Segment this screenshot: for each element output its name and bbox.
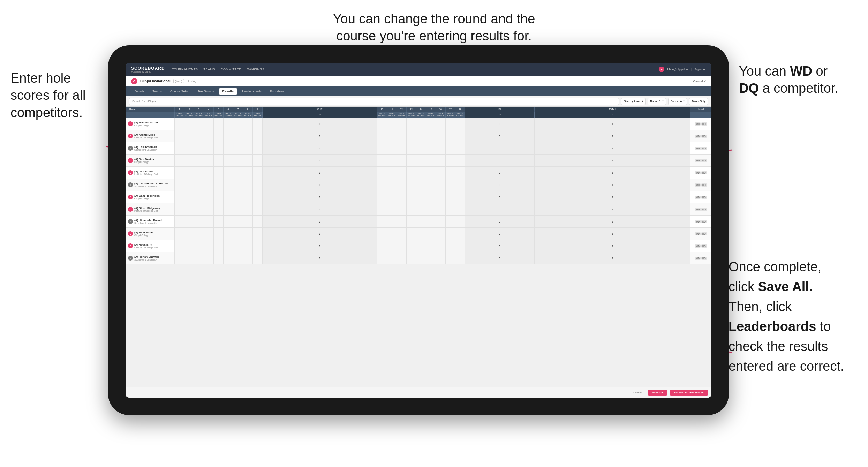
hole-17-score-player-3[interactable]	[445, 155, 455, 167]
dq-button[interactable]: DQ	[701, 220, 707, 223]
publish-button[interactable]: Publish Round Scores	[670, 390, 708, 396]
hole-12-score-player-10[interactable]	[397, 240, 406, 252]
hole-11-score-player-6[interactable]	[387, 191, 397, 203]
search-input[interactable]	[129, 98, 619, 105]
hole-4-score-player-10[interactable]	[204, 240, 214, 252]
hole-1-score-player-2[interactable]	[175, 142, 184, 155]
hole-18-score-player-9[interactable]	[455, 228, 465, 240]
hole-5-score-player-10[interactable]	[214, 240, 224, 252]
hole-6-score-player-2[interactable]	[224, 142, 233, 155]
hole-7-score-player-6[interactable]	[233, 191, 243, 203]
hole-10-score-player-11[interactable]	[377, 252, 387, 264]
hole-7-score-player-11[interactable]	[233, 252, 243, 264]
hole-2-score-player-4[interactable]	[184, 167, 194, 179]
nav-teams[interactable]: TEAMS	[204, 68, 216, 71]
hole-1-score-player-9[interactable]	[175, 228, 184, 240]
hole-2-score-player-9[interactable]	[184, 228, 194, 240]
hole-4-score-player-9[interactable]	[204, 228, 214, 240]
wd-button[interactable]: WD	[695, 232, 701, 235]
hole-9-score-player-1[interactable]	[253, 130, 263, 142]
hole-17-score-player-8[interactable]	[445, 216, 455, 228]
save-all-button[interactable]: Save All	[648, 390, 667, 396]
hole-11-score-player-11[interactable]	[387, 252, 397, 264]
hole-17-score-player-10[interactable]	[445, 240, 455, 252]
wd-button[interactable]: WD	[695, 244, 701, 248]
hole-13-score-player-6[interactable]	[406, 191, 416, 203]
hole-15-score-player-3[interactable]	[426, 155, 436, 167]
hole-18-score-player-10[interactable]	[455, 240, 465, 252]
hole-14-score-player-9[interactable]	[416, 228, 426, 240]
wd-button[interactable]: WD	[695, 135, 701, 138]
hole-2-score-player-10[interactable]	[184, 240, 194, 252]
hole-1-score-player-1[interactable]	[175, 130, 184, 142]
hole-15-score-player-5[interactable]	[426, 179, 436, 191]
hole-2-score-player-0[interactable]	[184, 118, 194, 130]
hole-8-score-player-0[interactable]	[243, 118, 253, 130]
hole-11-score-player-0[interactable]	[387, 118, 397, 130]
hole-8-score-player-1[interactable]	[243, 130, 253, 142]
hole-2-score-player-8[interactable]	[184, 216, 194, 228]
hole-16-score-player-10[interactable]	[436, 240, 445, 252]
hole-3-score-player-8[interactable]	[194, 216, 204, 228]
hole-2-score-player-6[interactable]	[184, 191, 194, 203]
hole-9-score-player-6[interactable]	[253, 191, 263, 203]
hole-15-score-player-6[interactable]	[426, 191, 436, 203]
hole-11-score-player-2[interactable]	[387, 142, 397, 155]
dq-button[interactable]: DQ	[701, 135, 707, 138]
hole-10-score-player-1[interactable]	[377, 130, 387, 142]
hole-15-score-player-0[interactable]	[426, 118, 436, 130]
hole-14-score-player-1[interactable]	[416, 130, 426, 142]
hole-17-score-player-5[interactable]	[445, 179, 455, 191]
hole-16-score-player-6[interactable]	[436, 191, 445, 203]
hole-3-score-player-7[interactable]	[194, 203, 204, 216]
hole-14-score-player-4[interactable]	[416, 167, 426, 179]
hole-12-score-player-4[interactable]	[397, 167, 406, 179]
hole-12-score-player-0[interactable]	[397, 118, 406, 130]
hole-14-score-player-0[interactable]	[416, 118, 426, 130]
hole-15-score-player-1[interactable]	[426, 130, 436, 142]
hole-18-score-player-8[interactable]	[455, 216, 465, 228]
hole-10-score-player-6[interactable]	[377, 191, 387, 203]
hole-4-score-player-8[interactable]	[204, 216, 214, 228]
wd-button[interactable]: WD	[695, 208, 701, 211]
hole-16-score-player-4[interactable]	[436, 167, 445, 179]
hole-15-score-player-11[interactable]	[426, 252, 436, 264]
hole-6-score-player-7[interactable]	[224, 203, 233, 216]
hole-17-score-player-11[interactable]	[445, 252, 455, 264]
nav-rankings[interactable]: RANKINGS	[247, 68, 265, 71]
hole-9-score-player-2[interactable]	[253, 142, 263, 155]
hole-2-score-player-2[interactable]	[184, 142, 194, 155]
hole-18-score-player-4[interactable]	[455, 167, 465, 179]
wd-button[interactable]: WD	[695, 196, 701, 199]
hole-13-score-player-7[interactable]	[406, 203, 416, 216]
hole-9-score-player-0[interactable]	[253, 118, 263, 130]
hole-11-score-player-9[interactable]	[387, 228, 397, 240]
hole-5-score-player-2[interactable]	[214, 142, 224, 155]
hole-7-score-player-1[interactable]	[233, 130, 243, 142]
hole-7-score-player-5[interactable]	[233, 179, 243, 191]
hole-4-score-player-3[interactable]	[204, 155, 214, 167]
hole-8-score-player-11[interactable]	[243, 252, 253, 264]
hole-16-score-player-2[interactable]	[436, 142, 445, 155]
hole-10-score-player-7[interactable]	[377, 203, 387, 216]
hole-10-score-player-10[interactable]	[377, 240, 387, 252]
hole-13-score-player-9[interactable]	[406, 228, 416, 240]
hole-6-score-player-9[interactable]	[224, 228, 233, 240]
hole-2-score-player-3[interactable]	[184, 155, 194, 167]
hole-12-score-player-9[interactable]	[397, 228, 406, 240]
hole-5-score-player-9[interactable]	[214, 228, 224, 240]
tab-teams[interactable]: Teams	[149, 88, 166, 95]
hole-1-score-player-3[interactable]	[175, 155, 184, 167]
hole-1-score-player-5[interactable]	[175, 179, 184, 191]
hole-7-score-player-7[interactable]	[233, 203, 243, 216]
hole-13-score-player-11[interactable]	[406, 252, 416, 264]
hole-11-score-player-10[interactable]	[387, 240, 397, 252]
hole-16-score-player-5[interactable]	[436, 179, 445, 191]
hole-13-score-player-2[interactable]	[406, 142, 416, 155]
hole-14-score-player-11[interactable]	[416, 252, 426, 264]
hole-6-score-player-1[interactable]	[224, 130, 233, 142]
dq-button[interactable]: DQ	[701, 147, 707, 150]
dq-button[interactable]: DQ	[701, 122, 707, 126]
wd-button[interactable]: WD	[695, 147, 701, 150]
wd-button[interactable]: WD	[695, 122, 701, 126]
